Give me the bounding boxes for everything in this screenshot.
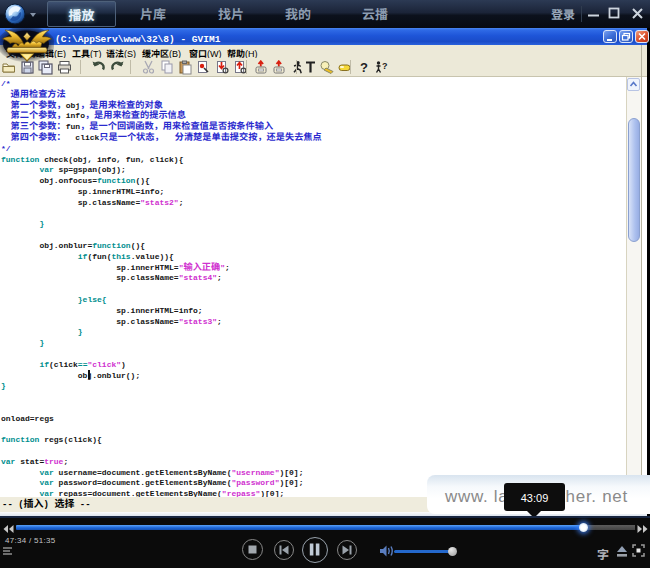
svg-text:?: ?: [360, 60, 368, 75]
svg-text:?: ?: [382, 61, 388, 71]
